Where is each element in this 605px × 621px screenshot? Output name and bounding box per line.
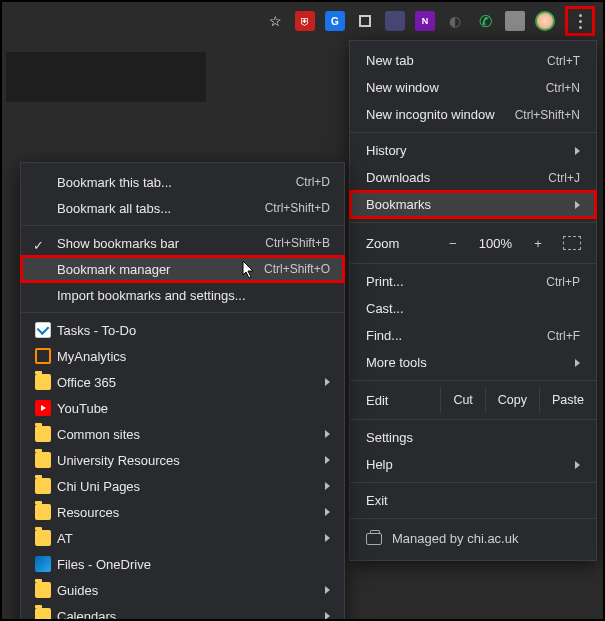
menu-new-window[interactable]: New window Ctrl+N [350, 74, 596, 101]
menu-separator [350, 482, 596, 483]
menu-separator [350, 263, 596, 264]
fullscreen-button[interactable] [558, 231, 586, 255]
menu-label: Settings [366, 430, 413, 445]
bookmark-item[interactable]: MyAnalytics [21, 343, 344, 369]
menu-downloads[interactable]: Downloads Ctrl+J [350, 164, 596, 191]
folder-icon [35, 452, 51, 468]
menu-more-tools[interactable]: More tools [350, 349, 596, 376]
menu-settings[interactable]: Settings [350, 424, 596, 451]
shortcut-text: Ctrl+Shift+N [515, 108, 580, 122]
submenu-arrow-icon [325, 508, 330, 516]
submenu-arrow-icon [325, 456, 330, 464]
submenu-bookmark-this-tab[interactable]: Bookmark this tab... Ctrl+D [21, 169, 344, 195]
submenu-arrow-icon [325, 482, 330, 490]
bookmark-folder[interactable]: Office 365 [21, 369, 344, 395]
menu-help[interactable]: Help [350, 451, 596, 478]
zoom-value: 100% [473, 236, 518, 251]
edit-label: Edit [366, 393, 440, 408]
submenu-arrow-icon [575, 147, 580, 155]
managed-label: Managed by chi.ac.uk [392, 531, 518, 546]
submenu-bookmark-manager[interactable]: Bookmark manager Ctrl+Shift+O [21, 256, 344, 282]
submenu-arrow-icon [575, 461, 580, 469]
bookmark-item[interactable]: YouTube [21, 395, 344, 421]
submenu-label: Bookmark manager [57, 262, 264, 277]
onedrive-icon [35, 556, 51, 572]
bookmark-folder[interactable]: Common sites [21, 421, 344, 447]
bookmark-folder[interactable]: AT [21, 525, 344, 551]
menu-bookmarks[interactable]: Bookmarks [350, 191, 596, 218]
box-icon[interactable] [355, 11, 375, 31]
bookmark-folder[interactable]: Calendars [21, 603, 344, 621]
kebab-menu-button[interactable] [570, 11, 590, 31]
zoom-in-button[interactable]: + [524, 231, 552, 255]
bookmark-folder[interactable]: Guides [21, 577, 344, 603]
submenu-label: Show bookmarks bar [57, 236, 265, 251]
menu-print[interactable]: Print... Ctrl+P [350, 268, 596, 295]
menu-label: Downloads [366, 170, 430, 185]
bookmark-label: YouTube [57, 401, 330, 416]
calendar-icon[interactable] [505, 11, 525, 31]
folder-icon [35, 582, 51, 598]
cut-button[interactable]: Cut [440, 387, 484, 413]
bookmark-folder[interactable]: University Resources [21, 447, 344, 473]
bookmark-label: Office 365 [57, 375, 325, 390]
bookmark-label: AT [57, 531, 325, 546]
submenu-separator [21, 225, 344, 226]
shortcut-text: Ctrl+P [546, 275, 580, 289]
bookmark-item[interactable]: Files - OneDrive [21, 551, 344, 577]
menu-new-tab[interactable]: New tab Ctrl+T [350, 47, 596, 74]
youtube-icon [35, 400, 51, 416]
whatsapp-icon[interactable]: ✆ [475, 11, 495, 31]
menu-label: Print... [366, 274, 404, 289]
bookmark-label: Resources [57, 505, 325, 520]
paste-button[interactable]: Paste [539, 387, 596, 413]
menu-label: History [366, 143, 406, 158]
menu-separator [350, 380, 596, 381]
shield-icon[interactable]: ⛨ [295, 11, 315, 31]
submenu-arrow-icon [575, 201, 580, 209]
menu-cast[interactable]: Cast... [350, 295, 596, 322]
folder-icon [35, 374, 51, 390]
bookmark-item[interactable]: Tasks - To-Do [21, 317, 344, 343]
menu-history[interactable]: History [350, 137, 596, 164]
profile-avatar[interactable] [535, 11, 555, 31]
onenote-icon[interactable]: N [415, 11, 435, 31]
menu-label: Cast... [366, 301, 404, 316]
submenu-arrow-icon [325, 534, 330, 542]
shortcut-text: Ctrl+T [547, 54, 580, 68]
bookmark-label: Common sites [57, 427, 325, 442]
menu-new-incognito[interactable]: New incognito window Ctrl+Shift+N [350, 101, 596, 128]
bookmark-label: MyAnalytics [57, 349, 330, 364]
submenu-arrow-icon [325, 612, 330, 620]
shortcut-text: Ctrl+Shift+B [265, 236, 330, 250]
shortcut-text: Ctrl+F [547, 329, 580, 343]
bookmark-label: Chi Uni Pages [57, 479, 325, 494]
menu-exit[interactable]: Exit [350, 487, 596, 514]
bookmark-star-icon[interactable]: ☆ [265, 11, 285, 31]
menu-separator [350, 222, 596, 223]
shortcut-text: Ctrl+N [546, 81, 580, 95]
submenu-bookmark-all-tabs[interactable]: Bookmark all tabs... Ctrl+Shift+D [21, 195, 344, 221]
managed-by-row[interactable]: Managed by chi.ac.uk [350, 523, 596, 554]
bookmark-folder[interactable]: Resources [21, 499, 344, 525]
shortcut-text: Ctrl+J [548, 171, 580, 185]
bookmark-label: Calendars [57, 609, 325, 622]
zoom-out-button[interactable]: − [439, 231, 467, 255]
menu-label: New tab [366, 53, 414, 68]
teams-icon[interactable] [385, 11, 405, 31]
submenu-arrow-icon [325, 430, 330, 438]
translate-icon[interactable]: G [325, 11, 345, 31]
bookmark-label: Tasks - To-Do [57, 323, 330, 338]
bookmark-label: Guides [57, 583, 325, 598]
dim-extension-icon[interactable]: ◐ [445, 11, 465, 31]
highlight-box-kebab [565, 6, 595, 36]
copy-button[interactable]: Copy [485, 387, 539, 413]
myanalytics-icon [35, 348, 51, 364]
folder-icon [35, 608, 51, 621]
bookmark-folder[interactable]: Chi Uni Pages [21, 473, 344, 499]
submenu-import-bookmarks[interactable]: Import bookmarks and settings... [21, 282, 344, 308]
menu-find[interactable]: Find... Ctrl+F [350, 322, 596, 349]
submenu-label: Bookmark all tabs... [57, 201, 265, 216]
submenu-show-bookmarks-bar[interactable]: ✓ Show bookmarks bar Ctrl+Shift+B [21, 230, 344, 256]
menu-separator [350, 518, 596, 519]
